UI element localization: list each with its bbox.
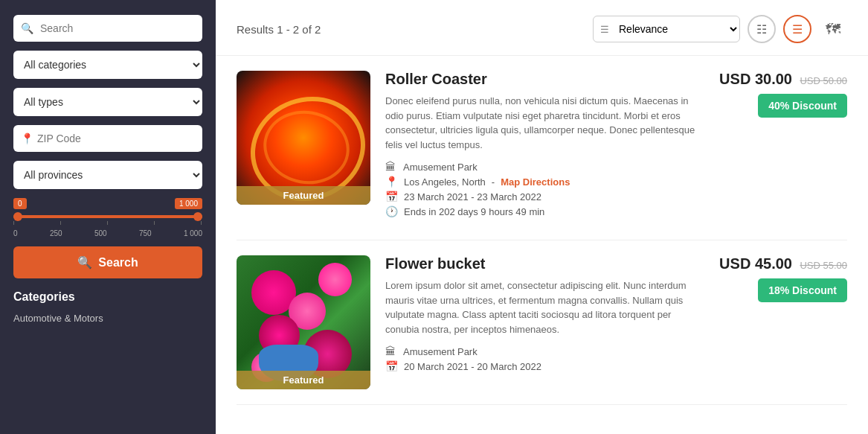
price-original-flowers: USD 55.00 (800, 260, 847, 271)
results-header: Results 1 - 2 of 2 ☰ Relevance Price: Lo… (216, 0, 868, 56)
category-row: 🏛 Amusement Park (385, 161, 704, 173)
categories-section: Categories Automotive & Motors (13, 290, 202, 327)
zip-box: 📍 (13, 125, 202, 152)
discount-badge-flowers: 18% Discount (758, 278, 847, 302)
building-icon: 🏛 (385, 161, 397, 173)
listing-price-flowers: USD 45.00 USD 55.00 18% Discount (719, 255, 847, 302)
listing-info-roller-coaster: Roller Coaster Donec eleifend purus null… (385, 71, 704, 225)
price-min-badge: 0 (13, 198, 27, 209)
listing-desc-flowers: Lorem ipsum dolor sit amet, consectetur … (385, 278, 704, 336)
categories-title: Categories (13, 290, 202, 304)
search-box: 🔍 (13, 15, 202, 42)
tick-0: 0 (13, 229, 18, 237)
search-input[interactable] (13, 15, 202, 42)
listing-info-flowers: Flower bucket Lorem ipsum dolor sit amet… (385, 255, 704, 380)
category-row-flowers: 🏛 Amusement Park (385, 345, 704, 357)
tick-500: 500 (94, 229, 107, 237)
featured-badge: Featured (237, 186, 370, 205)
location-icon: 📍 (385, 176, 398, 188)
sidebar: 🔍 All categories Amusement Park Food & D… (0, 0, 216, 434)
list-icon: ☰ (792, 22, 803, 36)
grid-icon: ☷ (756, 22, 767, 36)
price-original: USD 50.00 (800, 75, 847, 86)
price-current-flowers: USD 45.00 (719, 255, 792, 272)
dates-row-flowers: 📅 20 March 2021 - 20 March 2022 (385, 360, 704, 372)
sort-select[interactable]: Relevance Price: Low to High Price: High… (593, 16, 740, 42)
listing-category-flowers: Amusement Park (403, 346, 478, 357)
listing-ends: Ends in 202 days 9 hours 49 min (404, 206, 544, 217)
grid-view-button[interactable]: ☷ (748, 15, 776, 43)
calendar-icon: 📅 (385, 191, 398, 202)
sort-icon: ☰ (600, 24, 609, 35)
tick-1000: 1 000 (184, 229, 202, 237)
sort-select-wrap: ☰ Relevance Price: Low to High Price: Hi… (593, 16, 740, 42)
range-tick-labels: 0 250 500 750 1 000 (13, 229, 202, 237)
range-thumb-left[interactable] (13, 212, 22, 221)
price-labels: 0 1 000 (13, 198, 202, 209)
main-content: Results 1 - 2 of 2 ☰ Relevance Price: Lo… (216, 0, 868, 434)
tick-750: 750 (139, 229, 152, 237)
search-btn-label: Search (98, 256, 138, 269)
listing-meta-roller-coaster: 🏛 Amusement Park 📍 Los Angeles, North - … (385, 161, 704, 217)
listing-image-flowers[interactable]: Featured (237, 255, 370, 389)
building-icon-flowers: 🏛 (385, 345, 397, 357)
clock-icon: 🕐 (385, 205, 398, 217)
dates-row: 📅 23 March 2021 - 23 March 2022 (385, 191, 704, 202)
provinces-select[interactable]: All provinces California New York Texas (13, 161, 202, 189)
categories-select[interactable]: All categories Amusement Park Food & Dri… (13, 51, 202, 79)
listing-meta-flowers: 🏛 Amusement Park 📅 20 March 2021 - 20 Ma… (385, 345, 704, 372)
listing-price-roller-coaster: USD 30.00 USD 50.00 40% Discount (719, 71, 847, 118)
map-icon: 🗺 (826, 21, 840, 37)
ends-row: 🕐 Ends in 202 days 9 hours 49 min (385, 205, 704, 217)
range-slider-track[interactable] (13, 215, 202, 218)
search-icon: 🔍 (21, 22, 33, 34)
listing-title-roller-coaster[interactable]: Roller Coaster (385, 71, 704, 88)
range-thumb-right[interactable] (193, 212, 202, 221)
listing-location: Los Angeles, North (404, 176, 486, 188)
listings: Featured Roller Coaster Donec eleifend p… (216, 56, 868, 434)
featured-badge-flowers: Featured (237, 371, 370, 389)
separator: - (492, 176, 495, 188)
category-item-automotive[interactable]: Automotive & Motors (13, 310, 202, 327)
location-row: 📍 Los Angeles, North - Map Directions (385, 176, 704, 188)
map-view-button[interactable]: 🗺 (819, 15, 847, 43)
listing-title-flowers[interactable]: Flower bucket (385, 255, 704, 272)
price-range-container: 0 1 000 0 250 500 750 1 000 (13, 198, 202, 237)
price-max-badge: 1 000 (175, 198, 202, 209)
listing-desc-roller-coaster: Donec eleifend purus nulla, non vehicula… (385, 94, 704, 152)
price-current: USD 30.00 (719, 71, 792, 87)
listing-card-flowers: Featured Flower bucket Lorem ipsum dolor… (237, 240, 847, 405)
results-count: Results 1 - 2 of 2 (237, 23, 321, 36)
listing-category: Amusement Park (403, 162, 478, 173)
header-right: ☰ Relevance Price: Low to High Price: Hi… (593, 15, 847, 43)
listing-dates: 23 March 2021 - 23 March 2022 (404, 191, 541, 202)
map-directions-link[interactable]: Map Directions (501, 176, 570, 188)
pin-icon: 📍 (21, 133, 33, 144)
search-btn-icon: 🔍 (77, 255, 92, 269)
price-row: USD 30.00 USD 50.00 (719, 71, 847, 88)
range-slider-fill (13, 215, 202, 218)
listing-card: Featured Roller Coaster Donec eleifend p… (237, 56, 847, 240)
listing-image-roller-coaster[interactable]: Featured (237, 71, 370, 205)
discount-badge: 40% Discount (758, 94, 847, 118)
listing-image-roller-coaster-img (237, 71, 370, 205)
zip-input[interactable] (13, 125, 202, 152)
calendar-icon-flowers: 📅 (385, 360, 398, 372)
list-view-button[interactable]: ☰ (783, 15, 811, 43)
search-button[interactable]: 🔍 Search (13, 246, 202, 278)
tick-250: 250 (50, 229, 62, 237)
listing-dates-flowers: 20 March 2021 - 20 March 2022 (404, 361, 541, 372)
price-row-flowers: USD 45.00 USD 55.00 (719, 255, 847, 272)
listing-image-flowers-img (237, 255, 370, 389)
types-select[interactable]: All types Type 1 Type 2 (13, 88, 202, 116)
